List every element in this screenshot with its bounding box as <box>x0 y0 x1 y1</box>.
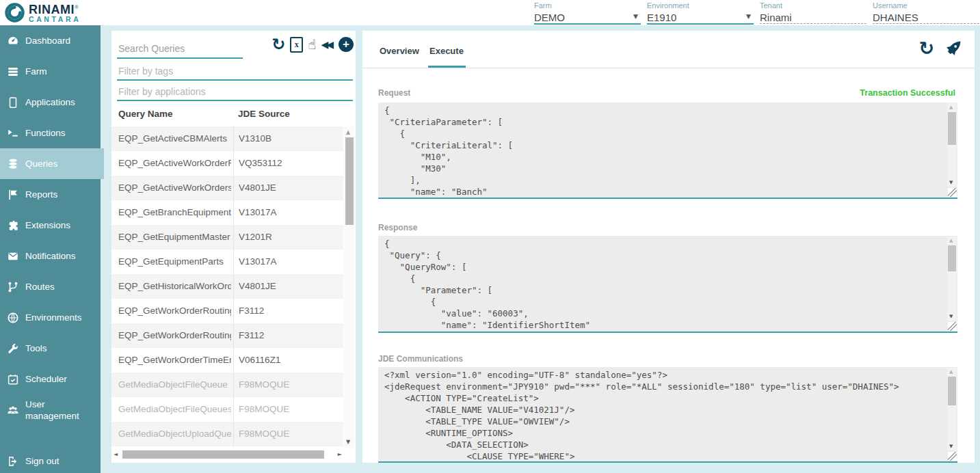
table-row[interactable]: EQP_GetEquipmentParts V13017A <box>111 249 343 274</box>
table-row[interactable]: EQP_GetWorkOrderRouting F3112 <box>111 323 343 348</box>
textarea-scrollbar[interactable]: ▲ ▼ <box>947 103 957 187</box>
sidebar: Dashboard Farm Applications Functions Qu… <box>0 25 101 473</box>
jde-source-cell: V1310B <box>239 133 334 144</box>
flag-icon <box>7 189 19 201</box>
sidebar-item-label: Environments <box>25 312 82 323</box>
sidebar-item-sign-out[interactable]: Sign out <box>0 446 101 473</box>
sidebar-item-dashboard[interactable]: Dashboard <box>0 25 101 56</box>
sidebar-item-scheduler[interactable]: Scheduler <box>0 364 101 394</box>
hand-pointer-icon[interactable]: ☝ <box>308 36 316 53</box>
puzzle-icon <box>7 219 19 232</box>
scrollbar-thumb[interactable] <box>948 377 956 405</box>
route-icon <box>7 281 19 293</box>
tab-execute[interactable]: Execute <box>429 46 464 56</box>
table-horizontal-scrollbar[interactable]: ◄ ► <box>111 449 344 460</box>
refresh-icon[interactable]: ↻ <box>918 39 934 58</box>
jde-source-cell: F3112 <box>239 330 334 340</box>
brand-line2: CANTARA <box>29 16 81 23</box>
scrollbar-thumb[interactable] <box>948 112 956 145</box>
envelope-icon <box>7 250 19 262</box>
resize-handle-icon[interactable] <box>948 322 957 331</box>
table-row[interactable]: EQP_GetWorkOrderTimeEn V06116Z1 <box>111 348 343 373</box>
jde-source-cell: F98MOQUE <box>239 429 334 439</box>
textarea-scrollbar[interactable]: ▲ ▼ <box>947 368 957 450</box>
table-row-disabled[interactable]: GetMediaObjectFileQueues F98MOQUE <box>111 397 343 422</box>
tenant-field: Tenant Rinami <box>760 1 866 24</box>
jde-source-cell: F98MOQUE <box>239 379 334 390</box>
query-name-cell: EQP_GetActiveWorkOrderR <box>118 158 231 168</box>
farm-select[interactable]: Farm DEMO ▼ <box>534 1 641 25</box>
database-icon <box>7 158 19 170</box>
sidebar-item-user-management[interactable]: User management <box>0 394 101 425</box>
sidebar-item-queries[interactable]: Queries <box>0 148 104 179</box>
sidebar-item-reports[interactable]: Reports <box>0 179 101 210</box>
sidebar-item-functions[interactable]: Functions <box>0 118 101 148</box>
scroll-down-icon[interactable]: ▼ <box>949 314 953 319</box>
jde-communications-textarea[interactable]: <?xml version="1.0" encoding="UTF-8" sta… <box>378 367 957 463</box>
table-row[interactable]: EQP_GetActiveWorkOrders V4801JE <box>111 176 343 200</box>
scroll-up-icon[interactable]: ▲ <box>949 369 953 375</box>
table-row-disabled[interactable]: GetMediaObjectUploadQue F98MOQUE <box>111 422 343 446</box>
table-row[interactable]: EQP_GetHistoricalWorkOrd V4801JE <box>111 274 343 299</box>
table-vertical-scrollbar[interactable]: ▲ ▼ <box>344 126 355 448</box>
query-name-cell: EQP_GetWorkOrderRouting <box>118 306 231 316</box>
environment-select[interactable]: Environment E1910 ▼ <box>647 1 754 25</box>
filter-applications-input[interactable] <box>117 83 353 101</box>
farm-label: Farm <box>534 1 641 10</box>
sidebar-item-label: Farm <box>25 66 47 77</box>
response-textarea[interactable]: { "Query": { "QueryRow": [ { "Parameter"… <box>378 236 957 333</box>
chevron-down-icon: ▼ <box>633 13 638 20</box>
sidebar-item-extensions[interactable]: Extensions <box>0 210 101 241</box>
add-icon[interactable]: + <box>339 37 354 52</box>
sidebar-item-label: Tools <box>25 343 47 353</box>
resize-handle-icon[interactable] <box>948 452 957 461</box>
scrollbar-thumb[interactable] <box>948 245 956 271</box>
username-value: DHAINES <box>873 11 979 24</box>
jde-communications-label: JDE Communications <box>378 354 463 364</box>
scroll-right-icon[interactable]: ► <box>338 451 342 457</box>
scroll-down-icon[interactable]: ▼ <box>949 180 953 185</box>
table-row[interactable]: EQP_GetActiveCBMAlerts V1310B <box>111 126 343 151</box>
jde-communications-content: <?xml version="1.0" encoding="UTF-8" sta… <box>384 369 945 461</box>
scrollbar-thumb[interactable] <box>122 450 324 459</box>
request-label: Request <box>378 88 410 98</box>
filter-tags-input[interactable] <box>117 62 353 81</box>
scroll-down-icon[interactable]: ▼ <box>346 439 350 445</box>
sidebar-item-label: Queries <box>25 159 57 169</box>
jde-source-cell: V4801JE <box>239 281 334 291</box>
table-row[interactable]: EQP_GetWorkOrderRouting F3112 <box>111 299 343 323</box>
scrollbar-thumb[interactable] <box>345 137 354 225</box>
sidebar-item-routes[interactable]: Routes <box>0 271 101 302</box>
resize-handle-icon[interactable] <box>948 188 957 197</box>
sidebar-item-notifications[interactable]: Notifications <box>0 241 101 271</box>
rocket-icon[interactable] <box>944 40 962 58</box>
device-icon <box>7 96 19 109</box>
rinami-logo-icon <box>4 2 25 23</box>
collapse-icon[interactable]: ◀◀ <box>321 39 334 50</box>
tab-overview[interactable]: Overview <box>380 46 419 56</box>
sidebar-item-tools[interactable]: Tools <box>0 333 101 364</box>
scroll-up-icon[interactable]: ▲ <box>949 238 953 243</box>
table-row-disabled[interactable]: GetMediaObjectFileQueue F98MOQUE <box>111 373 343 397</box>
sync-icon[interactable]: ↻ <box>272 36 285 53</box>
excel-export-icon[interactable]: x <box>290 37 303 53</box>
gauge-icon <box>7 35 19 47</box>
textarea-scrollbar[interactable]: ▲ ▼ <box>947 236 957 321</box>
table-row[interactable]: EQP_GetActiveWorkOrderR VQ353112 <box>111 151 343 176</box>
scroll-up-icon[interactable]: ▲ <box>346 129 350 135</box>
jde-source-cell: V13017A <box>239 207 334 217</box>
sidebar-item-farm[interactable]: Farm <box>0 56 101 87</box>
search-input[interactable] <box>117 40 243 59</box>
scroll-up-icon[interactable]: ▲ <box>949 105 953 110</box>
request-textarea[interactable]: { "CriteriaParameter": [ { "CriteriaLite… <box>378 103 957 199</box>
sidebar-item-label: Extensions <box>25 220 70 230</box>
globe-icon <box>7 312 19 324</box>
environment-value: E1910 <box>647 11 754 24</box>
sidebar-item-applications[interactable]: Applications <box>0 87 101 118</box>
scroll-down-icon[interactable]: ▼ <box>949 444 953 449</box>
table-row[interactable]: EQP_GetBranchEquipment V13017A <box>111 200 343 225</box>
sidebar-item-environments[interactable]: Environments <box>0 302 101 333</box>
scroll-left-icon[interactable]: ◄ <box>114 451 118 457</box>
response-content: { "Query": { "QueryRow": [ { "Parameter"… <box>384 238 945 332</box>
table-row[interactable]: EQP_GetEquipmentMaster V1201R <box>111 225 343 249</box>
